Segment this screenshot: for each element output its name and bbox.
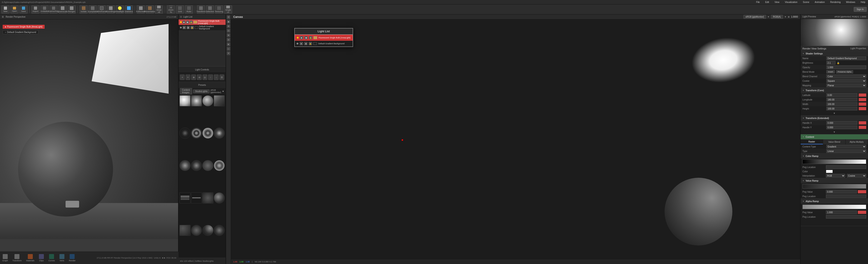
preset-item[interactable] <box>191 95 202 106</box>
toolbar-icon-1[interactable]: ☰ <box>227 15 230 19</box>
statistics-button[interactable]: Statistics <box>125 5 133 13</box>
open-button[interactable]: Open <box>10 5 19 13</box>
preset-item[interactable] <box>202 160 213 171</box>
overlay-vis-btn-2[interactable]: ■ <box>300 42 303 45</box>
viewport-scene[interactable]: ● Fluorescent Single Bulb [AreaLight] ○ … <box>0 20 178 239</box>
width-input[interactable] <box>827 102 857 106</box>
headlight-button[interactable]: Headlight <box>116 5 124 13</box>
fullscreen-button[interactable]: Fullscreen <box>137 5 145 13</box>
overlay-lock-btn-2[interactable]: 🔒 <box>309 42 312 45</box>
single-ui-button[interactable]: Single UI <box>224 5 232 13</box>
overlay-light-item-1[interactable]: ■ ◉ 🔒 Fluorescent Single Bulb [AreaLight… <box>295 35 352 41</box>
opacity-input[interactable] <box>827 65 866 69</box>
preset-item[interactable] <box>180 225 191 236</box>
lc-add-btn[interactable]: + <box>180 74 185 80</box>
presets-tab-studio[interactable]: StudioLights <box>193 90 210 93</box>
menu-scene[interactable]: Scene <box>802 0 810 4</box>
tab-graph[interactable]: Graph <box>2 254 8 262</box>
ruler-button[interactable]: Ruler <box>185 5 193 13</box>
light-solo-btn[interactable]: ◉ <box>186 21 189 24</box>
lc-remove-btn[interactable]: × <box>186 74 190 80</box>
preset-item[interactable] <box>214 160 225 171</box>
tab-clips[interactable]: Clips <box>39 254 44 262</box>
preset-item[interactable] <box>180 95 191 106</box>
toolbar-icon-close[interactable]: ✕ <box>227 52 230 55</box>
transform-extended-header[interactable]: ▼ Transform (Extended) <box>801 116 868 121</box>
rengen-button[interactable]: Rengen <box>68 5 76 13</box>
menu-rendering[interactable]: Rendering <box>829 0 842 4</box>
lc-disable-btn[interactable]: ⊘ <box>197 74 202 80</box>
tab-transform[interactable]: Transform <box>12 254 22 262</box>
color-swatch-picker[interactable] <box>826 170 833 173</box>
menu-help[interactable]: Help <box>860 0 866 4</box>
tab-materials[interactable]: Materials <box>26 254 35 262</box>
name-input[interactable] <box>827 57 866 60</box>
light-item-gradient[interactable]: ■ ◉ 🔒 Default Gradient Background <box>179 25 225 30</box>
peg-location-input[interactable] <box>826 165 866 169</box>
preset-item[interactable] <box>191 225 202 236</box>
preset-item[interactable] <box>202 225 213 236</box>
import-button[interactable]: Import <box>31 5 39 13</box>
preset-item[interactable] <box>180 128 191 139</box>
overlay-vis-btn-1[interactable]: ■ <box>300 36 303 39</box>
transform-button[interactable]: Transform <box>197 5 205 13</box>
light-lock-btn[interactable]: 🔒 <box>190 21 193 24</box>
toolbar-icon-5[interactable]: ⊕ <box>227 33 230 37</box>
type-select[interactable]: Linear <box>827 149 866 153</box>
handle-y-input[interactable] <box>827 126 857 129</box>
toolbar-icon-3[interactable]: ⊞ <box>227 24 230 28</box>
content-type-select[interactable]: Gradient <box>827 145 866 148</box>
menu-edit[interactable]: Edit <box>764 0 770 4</box>
menu-file[interactable]: File <box>755 0 761 4</box>
color-ramp-header[interactable]: ▼ Color Ramp <box>801 154 868 159</box>
toolbar-icon-6[interactable]: ⊘ <box>227 38 230 41</box>
andades-button[interactable]: Andades <box>40 5 49 13</box>
invert-btn[interactable]: Invert <box>827 70 835 73</box>
toolbar-icon-8[interactable]: ◇ <box>227 47 230 51</box>
light-visibility-btn[interactable]: ■ <box>183 21 185 24</box>
canvas-display-mode[interactable]: RGB(A) <box>771 15 783 19</box>
canvas-color-mode[interactable]: sRGB [glpMonitor] <box>743 15 766 19</box>
brightness-lock[interactable]: 🔒 <box>837 62 839 64</box>
toolbar-icon-2[interactable]: ◉ <box>227 20 230 24</box>
show-all-button[interactable]: Show All <box>155 5 163 13</box>
preserve-alpha-btn[interactable]: Preserve Alpha <box>836 70 853 73</box>
lc-down-btn[interactable]: ↓ <box>214 74 219 80</box>
zoom-button[interactable]: Alt Zoom To <box>167 5 175 13</box>
lc-group-btn[interactable]: ⊕ <box>191 74 196 80</box>
value-peg-location-input[interactable] <box>826 194 866 198</box>
transform-ext-expand-row[interactable]: ▼ <box>801 130 868 134</box>
alpha-peg-location-input[interactable] <box>826 215 866 219</box>
value-ramp-bar[interactable] <box>802 184 866 189</box>
alpha-ramp-header[interactable]: ▼ Alpha Ramp <box>801 199 868 204</box>
save-button[interactable]: Save <box>20 5 28 13</box>
menu-view[interactable]: View <box>774 0 780 4</box>
content-header[interactable]: ▼ Content <box>801 134 868 139</box>
preset-item[interactable] <box>202 95 213 106</box>
light-item-fluorescent[interactable]: ■ ◉ 🔒 Fluorescent Single Bulb [AreaLight… <box>179 20 225 25</box>
tab-verts[interactable]: Verts <box>59 254 64 262</box>
selection-button[interactable]: Selection <box>206 5 214 13</box>
overlay-lock-btn-1[interactable]: 🔒 <box>309 36 312 39</box>
overlay-solo-btn-1[interactable]: ◉ <box>305 36 308 39</box>
boundings-button[interactable]: Boundings <box>107 5 115 13</box>
transform-expand-row[interactable]: ▼ <box>801 111 868 116</box>
toolbar-icon-7[interactable]: ◈ <box>227 42 230 46</box>
height-input[interactable] <box>827 107 857 110</box>
preset-item[interactable] <box>180 192 191 203</box>
mapping-select[interactable]: Planar <box>827 84 866 87</box>
menu-windows[interactable]: Windows <box>845 0 856 4</box>
preset-item[interactable] <box>202 128 213 139</box>
alpha-peg-input[interactable] <box>826 210 857 214</box>
new-button[interactable]: New <box>1 5 9 13</box>
lc-up-btn[interactable]: ↑ <box>208 74 213 80</box>
presentation-button[interactable]: Presentation <box>146 5 154 13</box>
interpolation-select[interactable]: RGB <box>826 174 845 177</box>
grid-button[interactable]: Grid <box>176 5 184 13</box>
handle-x-input[interactable] <box>827 121 857 125</box>
kastraching-button[interactable]: Kastraching <box>50 5 58 13</box>
shader-settings-header[interactable]: ▼ Shader Settings <box>801 51 868 56</box>
canvas-scene[interactable] <box>231 20 800 259</box>
longitude-input[interactable] <box>827 98 857 101</box>
isolate-button[interactable]: Isolate <box>80 5 88 13</box>
